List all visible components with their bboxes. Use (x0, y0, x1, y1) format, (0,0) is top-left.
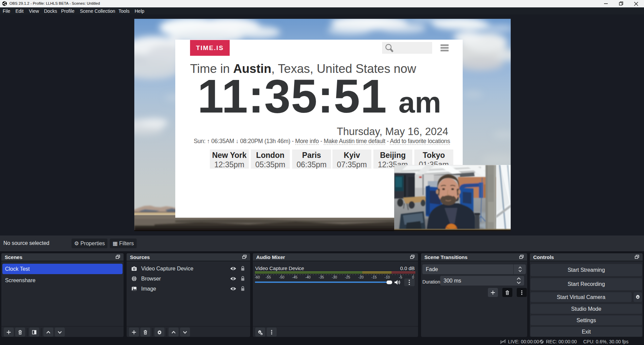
svg-text:-40: -40 (305, 275, 311, 279)
svg-text:-5: -5 (399, 275, 402, 279)
svg-text:-45: -45 (292, 275, 297, 279)
svg-text:-20: -20 (358, 275, 364, 279)
svg-text:-50: -50 (279, 275, 284, 279)
svg-text:-60: -60 (255, 275, 260, 279)
svg-text:-35: -35 (319, 275, 324, 279)
svg-text:-10: -10 (384, 275, 390, 279)
svg-text:-15: -15 (371, 275, 377, 279)
svg-text:-25: -25 (345, 275, 350, 279)
svg-text:-30: -30 (332, 275, 337, 279)
svg-text:-55: -55 (266, 275, 271, 279)
